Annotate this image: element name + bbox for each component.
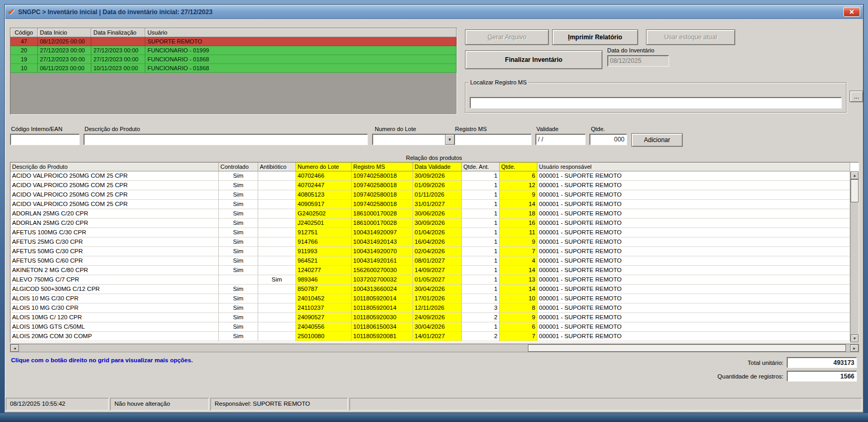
session-row[interactable]: 10 06/11/2023 00:00 10/11/2023 00:00 FUN… bbox=[10, 64, 457, 73]
session-usuario: FUNCIONARIO - 01999 bbox=[145, 46, 457, 55]
codigo-interno-input[interactable] bbox=[10, 134, 80, 145]
cell-usuario-responsavel: 000001 - SUPORTE REMOTO bbox=[537, 209, 850, 219]
cell-descricao: ALOIS 10 MG C/30 CPR bbox=[10, 304, 219, 313]
session-row[interactable]: 20 27/12/2023 00:00 27/12/2023 00:00 FUN… bbox=[10, 46, 457, 55]
cell-registro-ms: 1097402580018 bbox=[352, 181, 413, 190]
close-button[interactable]: ✕ bbox=[843, 7, 860, 17]
cell-qtde-ant: 1 bbox=[462, 275, 500, 285]
cell-registro-ms: 1004314920143 bbox=[352, 237, 413, 247]
cell-numero-lote: 40905917 bbox=[296, 200, 352, 209]
col-controlado: Controlado bbox=[219, 163, 258, 171]
cell-controlado: Sim bbox=[219, 256, 258, 266]
product-row[interactable]: ADORLAN 25MG C/20 CPR Sim J2402501 18610… bbox=[10, 219, 850, 228]
validade-input[interactable] bbox=[535, 134, 586, 145]
cell-descricao: ADORLAN 25MG C/20 CPR bbox=[10, 219, 219, 228]
cell-data-validade: 24/09/2026 bbox=[413, 313, 462, 322]
numero-lote-combobox[interactable]: ▼ bbox=[372, 134, 455, 145]
registro-ms-input[interactable] bbox=[454, 134, 532, 145]
cell-registro-ms: 1097402580018 bbox=[352, 171, 413, 181]
app-window: ✔ SNGPC > Inventário inicial | Data do i… bbox=[4, 4, 864, 413]
cell-data-validade: 01/04/2026 bbox=[413, 228, 462, 237]
cell-numero-lote: 911993 bbox=[296, 247, 352, 256]
validade-label: Validade bbox=[536, 126, 558, 132]
chevron-down-icon[interactable]: ▼ bbox=[445, 134, 454, 145]
scroll-right-icon[interactable]: ► bbox=[850, 344, 859, 352]
session-row[interactable]: 47 08/12/2025 00:00 SUPORTE REMOTO bbox=[10, 37, 457, 46]
product-row[interactable]: AFETUS 50MG C/30 CPR Sim 911993 10043149… bbox=[10, 247, 850, 256]
cell-registro-ms: 1004314920070 bbox=[352, 247, 413, 256]
cell-registro-ms: 1004314920161 bbox=[352, 256, 413, 266]
cell-qtde-ant: 1 bbox=[462, 294, 500, 304]
numero-lote-value bbox=[373, 134, 445, 145]
cell-antibiotico bbox=[258, 200, 296, 209]
product-row[interactable]: ADORLAN 25MG C/20 CPR Sim G2402502 18610… bbox=[10, 209, 850, 219]
cell-antibiotico bbox=[258, 313, 296, 322]
product-row[interactable]: ALOIS 10 MG C/30 CPR Sim 24110237 101180… bbox=[10, 304, 850, 313]
product-row[interactable]: ALOIS 10MG C/ 120 CPR Sim 24090527 10118… bbox=[10, 313, 850, 322]
scroll-up-icon[interactable]: ▲ bbox=[851, 171, 859, 179]
data-inventario-input[interactable] bbox=[607, 55, 669, 67]
cell-qtde-ant: 1 bbox=[462, 209, 500, 219]
product-row[interactable]: ALOIS 10 MG C/30 CPR Sim 24010452 101180… bbox=[10, 294, 850, 304]
cell-numero-lote: 24090527 bbox=[296, 313, 352, 322]
cell-descricao: ACIDO VALPROICO 250MG COM 25 CPR bbox=[10, 181, 219, 190]
cell-usuario-responsavel: 000001 - SUPORTE REMOTO bbox=[537, 332, 850, 341]
horizontal-scrollbar[interactable]: ◄ ► bbox=[10, 344, 859, 352]
session-row[interactable]: 19 27/12/2023 00:00 27/12/2023 00:00 FUN… bbox=[10, 55, 457, 64]
cell-numero-lote: 40805123 bbox=[296, 190, 352, 200]
cell-antibiotico bbox=[258, 247, 296, 256]
gerar-arquivo-button[interactable]: Gerar Arquivo bbox=[465, 29, 549, 45]
cell-data-validade: 30/04/2026 bbox=[413, 285, 462, 294]
qtde-input[interactable] bbox=[589, 134, 627, 145]
browse-button[interactable]: ... bbox=[850, 91, 863, 102]
product-row[interactable]: ACIDO VALPROICO 250MG COM 25 CPR Sim 407… bbox=[10, 181, 850, 190]
scroll-left-icon[interactable]: ◄ bbox=[10, 344, 19, 352]
descricao-produto-input[interactable] bbox=[83, 134, 368, 145]
product-row[interactable]: ACIDO VALPROICO 250MG COM 25 CPR Sim 407… bbox=[10, 171, 850, 181]
product-row[interactable]: ALOIS 10MG GTS C/50ML Sim 24040556 10118… bbox=[10, 322, 850, 332]
app-logo-icon: ✔ bbox=[8, 8, 15, 16]
cell-antibiotico bbox=[258, 322, 296, 332]
title-bar[interactable]: ✔ SNGPC > Inventário inicial | Data do i… bbox=[5, 5, 863, 19]
vertical-scroll-thumb[interactable] bbox=[851, 179, 859, 202]
cell-antibiotico bbox=[258, 209, 296, 219]
cell-usuario-responsavel: 000001 - SUPORTE REMOTO bbox=[537, 181, 850, 190]
product-row[interactable]: AKINETON 2 MG C/80 CPR Sim 1240277 15626… bbox=[10, 266, 850, 275]
product-row[interactable]: ALGICOD 500+30MG C/12 CPR Sim 850787 100… bbox=[10, 285, 850, 294]
finalizar-inventario-button[interactable]: Finalizar Inventário bbox=[465, 50, 602, 69]
horizontal-scroll-thumb[interactable] bbox=[528, 344, 846, 352]
localizar-registro-ms-input[interactable] bbox=[470, 97, 842, 109]
cell-controlado: Sim bbox=[219, 219, 258, 228]
product-row[interactable]: ALOIS 20MG COM 30 COMP Sim 25010080 1011… bbox=[10, 332, 850, 341]
cell-qtde: 11 bbox=[500, 228, 537, 237]
total-unitario-label: Total unitário: bbox=[748, 360, 784, 366]
scroll-down-icon[interactable]: ▼ bbox=[851, 334, 859, 342]
cell-antibiotico bbox=[258, 285, 296, 294]
product-row[interactable]: AFETUS 100MG C/30 CPR Sim 912751 1004314… bbox=[10, 228, 850, 237]
status-bar: 08/12/2025 10:55:42 Não houve alteração … bbox=[6, 398, 862, 410]
cell-descricao: AKINETON 2 MG C/80 CPR bbox=[10, 266, 219, 275]
cell-usuario-responsavel: 000001 - SUPORTE REMOTO bbox=[537, 219, 850, 228]
product-row[interactable]: ALEVO 750MG C/7 CPR Sim 989346 103720270… bbox=[10, 275, 850, 285]
adicionar-button[interactable]: Adicionar bbox=[631, 133, 683, 147]
cell-data-validade: 30/04/2026 bbox=[413, 322, 462, 332]
cell-qtde: 16 bbox=[500, 219, 537, 228]
product-row[interactable]: AFETUS 50MG C/60 CPR Sim 964521 10043149… bbox=[10, 256, 850, 266]
cell-descricao: ACIDO VALPROICO 250MG COM 25 CPR bbox=[10, 200, 219, 209]
vertical-scrollbar[interactable]: ▲ ▼ bbox=[850, 171, 859, 342]
cell-antibiotico bbox=[258, 256, 296, 266]
usar-estoque-atual-button[interactable]: Usar estoque atual bbox=[646, 29, 735, 45]
cell-controlado: Sim bbox=[219, 209, 258, 219]
imprimir-relatorio-button[interactable]: Imprimir Relatório bbox=[552, 29, 638, 45]
browse-button-label: ... bbox=[854, 93, 859, 100]
cell-numero-lote: G2402502 bbox=[296, 209, 352, 219]
product-row[interactable]: ACIDO VALPROICO 250MG COM 25 CPR Sim 409… bbox=[10, 200, 850, 209]
product-row[interactable]: ACIDO VALPROICO 250MG COM 25 CPR Sim 408… bbox=[10, 190, 850, 200]
localizar-registro-ms-group: Localizar Registro MS bbox=[465, 79, 846, 113]
cell-data-validade: 01/05/2027 bbox=[413, 275, 462, 285]
product-row[interactable]: AFETUS 25MG C/30 CPR Sim 914766 10043149… bbox=[10, 237, 850, 247]
products-section-title: Relação dos produtos bbox=[5, 155, 863, 161]
cell-descricao: ACIDO VALPROICO 250MG COM 25 CPR bbox=[10, 171, 219, 181]
cell-data-validade: 01/11/2026 bbox=[413, 190, 462, 200]
cell-numero-lote: 989346 bbox=[296, 275, 352, 285]
